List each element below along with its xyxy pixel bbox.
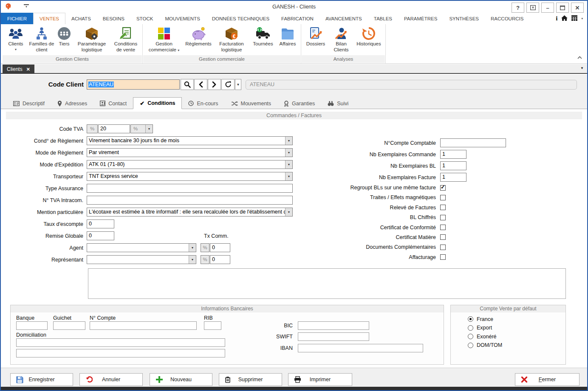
tab-list-caret-icon[interactable]: ▼ bbox=[580, 66, 584, 70]
tab-en-cours[interactable]: En-cours bbox=[182, 98, 224, 109]
tournees-button[interactable]: Tournées bbox=[250, 25, 276, 48]
tab-contact[interactable]: Contact bbox=[93, 98, 133, 109]
dropdown-arrow-icon[interactable]: ▼ bbox=[285, 137, 292, 145]
search-button[interactable] bbox=[181, 79, 194, 90]
menu-donnees-techniques[interactable]: DONNÉES TECHNIQUES bbox=[206, 13, 275, 24]
certificat-matiere-checkbox[interactable] bbox=[440, 234, 446, 240]
menu-mouvements[interactable]: MOUVEMENTS bbox=[159, 13, 206, 24]
minimize-button[interactable]: – bbox=[541, 3, 554, 13]
enregistrer-button[interactable]: Enregistrer bbox=[10, 373, 73, 386]
notes-textarea[interactable] bbox=[88, 268, 566, 299]
menu-besoins[interactable]: BESOINS bbox=[97, 13, 130, 24]
tab-garanties[interactable]: Garanties bbox=[277, 98, 321, 109]
imprimer-button[interactable]: Imprimer bbox=[288, 373, 352, 386]
tab-adresses[interactable]: Adresses bbox=[51, 98, 93, 109]
bic-input[interactable] bbox=[298, 321, 369, 330]
iban-input[interactable] bbox=[298, 344, 423, 352]
affacturage-checkbox[interactable] bbox=[440, 254, 446, 260]
menu-syntheses[interactable]: SYNTHÈSES bbox=[443, 13, 485, 24]
refresh-options-caret[interactable]: ▼ bbox=[235, 79, 241, 90]
certificat-conformite-checkbox[interactable] bbox=[440, 225, 446, 230]
annuler-button[interactable]: Annuler bbox=[79, 373, 143, 386]
menu-avancements[interactable]: AVANCEMENTS bbox=[319, 13, 368, 24]
fermer-button[interactable]: Fermer bbox=[515, 373, 580, 386]
dossiers-button[interactable]: Dossiers bbox=[302, 25, 329, 48]
calculator-icon[interactable] bbox=[571, 15, 577, 23]
menu-fichier[interactable]: FICHIER bbox=[1, 13, 33, 24]
affaires-button[interactable]: Affaires bbox=[276, 25, 300, 48]
refresh-button[interactable] bbox=[221, 79, 235, 90]
banque-input[interactable] bbox=[16, 321, 48, 330]
remise-globale-input[interactable]: 0 bbox=[87, 231, 114, 240]
code-client-input[interactable]: ATENEAU bbox=[87, 79, 180, 90]
supprimer-button[interactable]: Supprimer bbox=[219, 373, 282, 386]
taux-escompte-input[interactable]: 0 bbox=[87, 219, 114, 228]
france-radio[interactable] bbox=[468, 316, 473, 322]
compte-input[interactable] bbox=[90, 321, 197, 330]
dropdown-arrow-icon[interactable]: ▼ bbox=[145, 125, 153, 133]
dom-tom-radio[interactable] bbox=[468, 343, 473, 348]
dropdown-arrow-icon[interactable]: ▼ bbox=[285, 149, 292, 157]
representant-select[interactable]: ▼ bbox=[87, 255, 196, 264]
representant-commission-input[interactable]: 0 bbox=[210, 255, 230, 264]
toolbar-options-caret-icon[interactable]: ▾ bbox=[581, 17, 583, 20]
conditions-de-vente-button[interactable]: Conditions de vente bbox=[110, 25, 141, 53]
close-button[interactable]: ✕ bbox=[571, 3, 584, 13]
dropdown-arrow-icon[interactable]: ▼ bbox=[189, 256, 196, 264]
dropdown-arrow-icon[interactable]: ▼ bbox=[285, 208, 292, 216]
tiers-button[interactable]: Tiers bbox=[55, 25, 73, 48]
menu-fabrication[interactable]: FABRICATION bbox=[275, 13, 319, 24]
facturation-logistique-button[interactable]: € Facturation logistique bbox=[213, 25, 250, 53]
tab-mouvements[interactable]: Mouvements bbox=[225, 98, 278, 109]
maximize-button[interactable] bbox=[556, 3, 569, 13]
agent-select[interactable]: ▼ bbox=[87, 243, 196, 252]
nouveau-button[interactable]: Nouveau bbox=[150, 373, 212, 386]
historiques-button[interactable]: Historiques bbox=[353, 25, 384, 48]
regroupt-bls-checkbox[interactable] bbox=[440, 185, 446, 191]
familles-de-client-button[interactable]: Familles de client bbox=[28, 25, 55, 53]
dropdown-arrow-icon[interactable]: ▼ bbox=[285, 172, 292, 180]
next-record-button[interactable] bbox=[208, 79, 221, 90]
tab-suivi[interactable]: Suivi bbox=[321, 98, 355, 109]
menu-tables[interactable]: TABLES bbox=[368, 13, 398, 24]
gestion-commerciale-button[interactable]: Gestion commerciale ▾ bbox=[144, 25, 184, 53]
rib-input[interactable] bbox=[204, 321, 221, 330]
help-button[interactable]: ? bbox=[512, 3, 524, 13]
swift-input[interactable] bbox=[298, 332, 369, 341]
home-icon[interactable] bbox=[561, 15, 568, 23]
fullscreen-button[interactable] bbox=[526, 3, 539, 13]
bl-chiffres-checkbox[interactable] bbox=[440, 215, 446, 220]
tab-descriptif[interactable]: Descriptif bbox=[7, 98, 51, 109]
menu-stock[interactable]: STOCK bbox=[130, 13, 159, 24]
cond-reglement-select[interactable]: Virement bancaire 30 jours fin de mois ▼ bbox=[87, 136, 293, 145]
transporteur-select[interactable]: TNT Express service ▼ bbox=[87, 172, 293, 181]
menu-raccourcis[interactable]: RACCOURCIS bbox=[485, 13, 529, 24]
tab-conditions[interactable]: ✔ Conditions bbox=[133, 97, 182, 109]
nb-exemplaires-bl-input[interactable]: 1 bbox=[440, 161, 466, 170]
close-tab-icon[interactable]: ✕ bbox=[26, 67, 30, 72]
agent-commission-input[interactable]: 0 bbox=[210, 243, 230, 252]
domiciliation-input-2[interactable] bbox=[16, 349, 225, 357]
code-tva-input[interactable]: 20 bbox=[98, 124, 130, 133]
info-icon[interactable]: i bbox=[556, 15, 557, 22]
exonere-radio[interactable] bbox=[468, 334, 473, 339]
nb-exemplaires-commande-input[interactable]: 1 bbox=[440, 150, 466, 159]
dropdown-arrow-icon[interactable]: ▼ bbox=[285, 160, 292, 169]
export-radio[interactable] bbox=[468, 325, 473, 331]
menu-ventes[interactable]: VENTES bbox=[33, 13, 65, 24]
document-tab-clients[interactable]: Clients ✕ bbox=[3, 65, 34, 74]
previous-record-button[interactable] bbox=[194, 79, 207, 90]
compte-comptable-input[interactable] bbox=[440, 138, 506, 147]
guichet-input[interactable] bbox=[53, 321, 85, 330]
clients-button[interactable]: Clients ▾ bbox=[3, 25, 28, 52]
documents-complementaires-checkbox[interactable] bbox=[440, 245, 446, 250]
type-assurance-input[interactable] bbox=[87, 184, 293, 193]
code-tva-unit-select[interactable]: % ▼ bbox=[130, 124, 153, 133]
nb-exemplaires-facture-input[interactable]: 1 bbox=[440, 173, 466, 182]
reglements-button[interactable]: Règlements bbox=[184, 25, 213, 48]
collapse-ribbon-icon[interactable] bbox=[577, 53, 582, 61]
dropdown-arrow-icon[interactable]: ▼ bbox=[189, 244, 196, 252]
bilan-clients-button[interactable]: Bilan Clients bbox=[329, 25, 353, 53]
mode-expedition-select[interactable]: ATK 01 (71-80) ▼ bbox=[87, 160, 293, 169]
menu-achats[interactable]: ACHATS bbox=[65, 13, 97, 24]
